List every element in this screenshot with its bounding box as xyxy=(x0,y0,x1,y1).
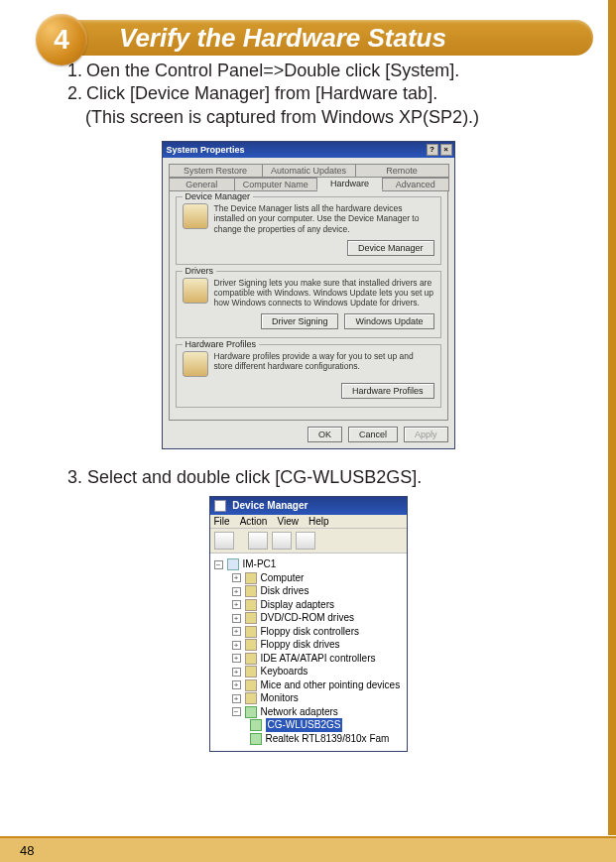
cancel-button[interactable]: Cancel xyxy=(348,427,398,442)
tree-node[interactable]: +Disk drives xyxy=(232,584,405,598)
system-properties-dialog: System Properties ? × System Restore Aut… xyxy=(162,141,455,449)
adapter-selected[interactable]: CG-WLUSB2GS xyxy=(250,718,405,732)
device-icon xyxy=(245,666,257,677)
expand-icon[interactable]: + xyxy=(232,654,241,663)
expand-icon[interactable]: + xyxy=(232,641,241,650)
windows-update-button[interactable]: Windows Update xyxy=(344,313,433,329)
step-3: 3. Select and double click [CG-WLUSB2GS]… xyxy=(67,467,616,488)
toolbar-button-4[interactable] xyxy=(296,532,315,550)
tab-computer-name[interactable]: Computer Name xyxy=(234,178,317,191)
page-number: 48 xyxy=(20,843,34,858)
tree-node[interactable]: +Keyboards xyxy=(232,665,405,678)
device-tree: − IM-PC1 +Computer +Disk drives +Display… xyxy=(210,554,407,751)
device-icon xyxy=(245,653,257,665)
menubar: File Action View Help xyxy=(210,515,407,529)
toolbar-button-3[interactable] xyxy=(272,532,292,550)
ok-button[interactable]: OK xyxy=(308,427,342,442)
section-number: 4 xyxy=(54,24,69,56)
tab-system-restore[interactable]: System Restore xyxy=(169,164,263,178)
device-icon xyxy=(245,626,257,638)
menu-action[interactable]: Action xyxy=(240,516,268,527)
expand-icon[interactable]: + xyxy=(232,694,241,703)
hardware-profiles-button[interactable]: Hardware Profiles xyxy=(341,383,434,399)
close-button[interactable]: × xyxy=(440,144,452,156)
devmgr-title: Device Manager xyxy=(232,500,308,511)
adapter-icon xyxy=(250,733,262,745)
group-device-manager: Device Manager The Device Manager lists … xyxy=(176,196,441,265)
device-icon xyxy=(245,612,257,624)
computer-icon xyxy=(227,558,239,570)
dialog-titlebar: System Properties ? × xyxy=(163,142,454,158)
menu-view[interactable]: View xyxy=(277,516,299,527)
tree-node[interactable]: +Floppy disk drives xyxy=(232,638,405,652)
device-manager-window: Device Manager File Action View Help − I… xyxy=(209,496,408,752)
toolbar-button-1[interactable] xyxy=(214,532,234,550)
expand-icon[interactable]: + xyxy=(232,587,241,596)
dialog-title: System Properties xyxy=(167,145,245,155)
tab-automatic-updates[interactable]: Automatic Updates xyxy=(262,164,356,178)
device-icon xyxy=(245,692,257,704)
device-manager-icon xyxy=(214,500,226,512)
device-icon xyxy=(245,599,257,611)
expand-icon[interactable]: + xyxy=(232,600,241,609)
device-manager-icon xyxy=(183,203,208,229)
section-number-badge: 4 xyxy=(36,14,87,65)
tab-hardware[interactable]: Hardware xyxy=(316,177,383,190)
driver-signing-button[interactable]: Driver Signing xyxy=(261,313,339,329)
devmgr-titlebar: Device Manager xyxy=(210,497,407,515)
menu-file[interactable]: File xyxy=(214,516,230,527)
tree-node[interactable]: +DVD/CD-ROM drives xyxy=(232,611,405,625)
device-icon xyxy=(245,585,257,597)
tree-node[interactable]: +Floppy disk controllers xyxy=(232,625,405,639)
tree-node[interactable]: +Computer xyxy=(232,571,405,585)
group-drivers: Drivers Driver Signing lets you make sur… xyxy=(176,271,441,339)
step-2: 2. Click [Device Manager] from [Hardware… xyxy=(67,82,554,105)
apply-button[interactable]: Apply xyxy=(404,427,448,442)
toolbar xyxy=(210,529,407,554)
tab-remote[interactable]: Remote xyxy=(355,164,449,178)
device-icon xyxy=(245,639,257,651)
expand-icon[interactable]: + xyxy=(232,680,241,689)
tab-general[interactable]: General xyxy=(169,178,235,191)
page-footer: 48 xyxy=(0,835,616,862)
network-icon xyxy=(245,706,257,718)
adapter-icon xyxy=(250,719,262,731)
expand-icon[interactable]: + xyxy=(232,627,241,636)
device-icon xyxy=(245,572,257,584)
expand-icon[interactable]: + xyxy=(232,573,241,582)
step-1: 1. Oen the Control Panel=>Double click [… xyxy=(67,60,554,82)
collapse-icon[interactable]: − xyxy=(214,560,223,569)
section-title: Verify the Hardware Status xyxy=(119,23,446,54)
expand-icon[interactable]: + xyxy=(232,668,241,677)
device-icon xyxy=(245,679,257,691)
toolbar-button-2[interactable] xyxy=(248,532,268,550)
device-manager-button[interactable]: Device Manager xyxy=(347,240,434,256)
menu-help[interactable]: Help xyxy=(308,516,329,527)
hardware-profiles-icon xyxy=(183,351,208,377)
drivers-icon xyxy=(183,278,208,304)
help-button[interactable]: ? xyxy=(427,144,438,156)
tree-node[interactable]: +Display adapters xyxy=(232,598,405,612)
tree-node[interactable]: +IDE ATA/ATAPI controllers xyxy=(232,652,405,666)
tab-advanced[interactable]: Advanced xyxy=(382,178,448,191)
adapter-other[interactable]: Realtek RTL8139/810x Fam xyxy=(250,732,405,746)
tree-node-network[interactable]: −Network adapters xyxy=(232,705,405,719)
group-hardware-profiles: Hardware Profiles Hardware profiles prov… xyxy=(176,344,441,408)
expand-icon[interactable]: + xyxy=(232,614,241,623)
collapse-icon[interactable]: − xyxy=(232,707,241,716)
tree-node[interactable]: +Monitors xyxy=(232,691,405,705)
tree-node[interactable]: +Mice and other pointing devices xyxy=(232,678,405,692)
tree-root[interactable]: − IM-PC1 xyxy=(214,557,405,571)
step-2-note: (This screen is captured from Windows XP… xyxy=(85,106,554,129)
